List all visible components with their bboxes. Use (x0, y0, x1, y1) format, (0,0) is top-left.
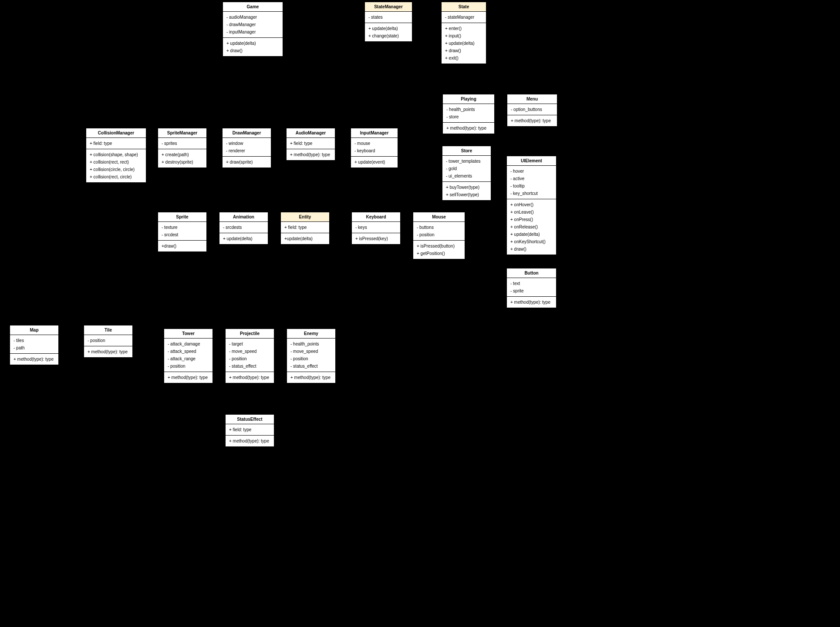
method-row: + onKeyShortcut() (510, 238, 553, 245)
method-row: + enter() (445, 25, 482, 32)
method-row: + isPressed(key) (355, 235, 397, 242)
method-row: + input() (445, 32, 482, 40)
class-title: Tile (84, 325, 132, 335)
method-row: + destroy(sprite) (162, 158, 203, 166)
class-title: StateManager (365, 2, 412, 12)
method-row: + method(type): type (511, 117, 553, 124)
class-methods: + update(delta) (219, 233, 268, 244)
method-row: + onLeave() (510, 208, 553, 216)
uml-class-projectile: Projectile- target- move_speed- position… (225, 329, 274, 383)
uml-class-collisionmanager: CollisionManager+ field: type+ collision… (86, 128, 146, 183)
attribute-row: - sprite (510, 287, 553, 295)
class-title: StatusEffect (226, 415, 274, 424)
method-row: + collision(circle, circle) (90, 166, 142, 173)
class-title: Button (507, 268, 556, 278)
method-row: + buyTower(type) (446, 184, 487, 191)
class-attributes: - tower_templates- gold- ui_elements (442, 156, 491, 182)
class-attributes: - option_buttons (507, 104, 557, 115)
method-row: + update(delta) (510, 231, 553, 238)
attribute-row: - keyboard (354, 147, 394, 154)
class-attributes: - texture- srcdest (158, 222, 206, 241)
attribute-row: - tower_templates (446, 158, 487, 165)
class-attributes: - stateManager (442, 12, 486, 23)
method-row: + onPress() (510, 216, 553, 223)
attribute-row: - srcdest (162, 231, 203, 238)
method-row: + update(event) (354, 158, 394, 166)
attribute-row: - attack_range (168, 355, 209, 362)
uml-class-entity: Entity+ field: type+update(delta) (280, 212, 330, 245)
attribute-row: - texture (162, 224, 203, 231)
attribute-row: - health_points (290, 340, 332, 348)
uml-class-state: State- stateManager+ enter()+ input()+ u… (441, 2, 486, 64)
method-row: + exit() (445, 54, 482, 62)
class-methods: +update(delta) (281, 233, 329, 244)
class-attributes: - hover- active- tooltip- key_shortcut (507, 166, 556, 199)
uml-class-audiomanager: AudioManager+ field: type+ method(type):… (286, 128, 335, 161)
method-row: + change(state) (368, 32, 408, 40)
attribute-row: + field: type (229, 426, 270, 433)
attribute-row: - option_buttons (511, 106, 553, 113)
method-row: + onHover() (510, 201, 553, 208)
class-attributes: - text- sprite (507, 278, 556, 297)
class-title: InputManager (351, 128, 398, 138)
class-attributes: - states (365, 12, 412, 23)
uml-class-enemy: Enemy- health_points- move_speed- positi… (287, 329, 336, 383)
attribute-row: - health_points (446, 106, 491, 113)
attribute-row: - window (226, 140, 267, 147)
uml-class-uielement: UIElement- hover- active- tooltip- key_s… (506, 156, 557, 255)
method-row: + update(delta) (226, 40, 279, 47)
uml-class-drawmanager: DrawManager- window- renderer+ draw(spri… (222, 128, 271, 168)
class-methods: + isPressed(button)+ getPosition() (413, 241, 465, 259)
class-methods: + create(path)+ destroy(sprite) (158, 149, 206, 168)
method-row: + collision(rect, circle) (90, 173, 142, 181)
method-row: +update(delta) (284, 235, 326, 242)
uml-class-menu: Menu- option_buttons+ method(type): type (507, 94, 557, 127)
method-row: + method(type): type (290, 151, 331, 158)
class-title: UIElement (507, 156, 556, 166)
method-row: + method(type): type (229, 437, 270, 445)
uml-class-tile: Tile- position+ method(type): type (84, 325, 133, 358)
class-title: Sprite (158, 212, 206, 222)
attribute-row: - position (88, 337, 129, 344)
method-row: + method(type): type (510, 298, 553, 306)
uml-class-button: Button- text- sprite+ method(type): type (506, 268, 557, 308)
attribute-row: - hover (510, 168, 553, 175)
class-methods: + collision(shape, shape)+ collision(rec… (86, 149, 146, 182)
attribute-row: - inputManager (226, 28, 279, 36)
class-title: Tower (164, 329, 213, 339)
class-attributes: - target- move_speed- position- status_e… (226, 339, 274, 372)
class-attributes: - attack_damage- attack_speed- attack_ra… (164, 339, 213, 372)
class-methods: + method(type): type (507, 115, 557, 126)
method-row: + sellTower(type) (446, 191, 487, 198)
class-methods: + method(type): type (226, 436, 274, 446)
class-methods: + onHover()+ onLeave()+ onPress()+ onRel… (507, 199, 556, 255)
class-title: Store (442, 146, 491, 156)
uml-class-map: Map- tiles- path+ method(type): type (10, 325, 59, 365)
method-row: + draw() (510, 245, 553, 253)
class-title: Map (10, 325, 58, 335)
method-row: + create(path) (162, 151, 203, 158)
attribute-row: - attack_speed (168, 348, 209, 355)
class-title: Projectile (226, 329, 274, 339)
class-title: Playing (443, 94, 494, 104)
class-attributes: + field: type (287, 138, 335, 149)
method-row: + draw(sprite) (226, 158, 267, 166)
uml-class-playing: Playing- health_points- store+ method(ty… (442, 94, 495, 134)
attribute-row: - states (368, 13, 408, 21)
class-methods: +draw() (158, 241, 206, 251)
uml-class-mouse: Mouse- buttons- position+ isPressed(butt… (413, 212, 465, 259)
method-row: + method(type): type (88, 348, 129, 355)
class-methods: + method(type): type (287, 372, 335, 383)
class-methods: + update(event) (351, 157, 398, 168)
uml-class-inputmanager: InputManager- mouse- keyboard+ update(ev… (351, 128, 398, 168)
uml-class-keyboard: Keyboard- keys+ isPressed(key) (351, 212, 401, 245)
attribute-row: - path (13, 344, 55, 352)
uml-class-statemanager: StateManager- states+ update(delta)+ cha… (364, 2, 412, 42)
class-title: Game (223, 2, 283, 12)
attribute-row: - position (290, 355, 332, 362)
method-row: + method(type): type (13, 355, 55, 363)
class-attributes: - health_points- store (443, 104, 494, 123)
method-row: + update(delta) (445, 40, 482, 47)
uml-class-game: Game- audioManager- drawManager- inputMa… (223, 2, 283, 57)
attribute-row: - tooltip (510, 182, 553, 190)
